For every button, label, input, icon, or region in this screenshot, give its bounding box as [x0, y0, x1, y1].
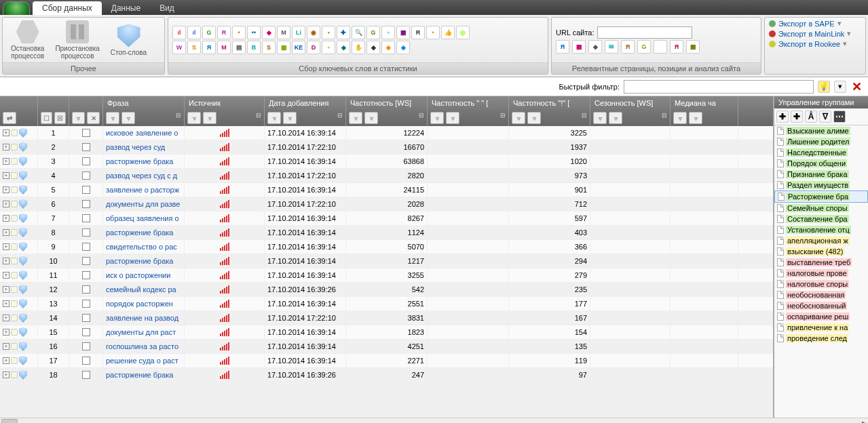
filter-icon[interactable]: ▿ [673, 112, 687, 124]
table-row[interactable]: +4развод через суд с д17.10.2014 17:22:1… [0, 169, 773, 183]
filter-icon[interactable]: ▿ [593, 112, 607, 124]
table-row[interactable]: +16госпошлина за расто17.10.2014 16:39:1… [0, 340, 773, 354]
tool-icon[interactable]: ◆ [337, 41, 350, 54]
tool-icon[interactable]: • [232, 26, 246, 39]
clear-icon[interactable]: ▿ [609, 112, 622, 124]
export-rookee-link[interactable]: Экспорт в Rookee▾ [769, 39, 847, 48]
pin-icon[interactable]: ⊟ [500, 112, 506, 124]
pin-icon[interactable]: ⊟ [337, 112, 343, 124]
expand-icon[interactable]: + [3, 172, 10, 179]
clear-filter-icon[interactable]: ✕ [850, 81, 863, 93]
pin-icon[interactable]: ⊟ [582, 112, 587, 124]
phrase-cell[interactable]: документы для раст [103, 325, 185, 339]
expand-icon[interactable]: + [3, 329, 10, 336]
expand-icon[interactable]: + [3, 286, 10, 293]
add-subgroup-icon[interactable]: ✚ [791, 110, 803, 123]
tool-icon[interactable]: G [637, 40, 651, 54]
export-sape-link[interactable]: Экспорт в SAPE▾ [769, 19, 842, 28]
group-item[interactable]: Взыскание алиме [774, 125, 868, 136]
row-checkbox[interactable] [82, 271, 90, 279]
expand-icon[interactable]: + [3, 371, 10, 378]
uncheck-all-icon[interactable]: ☒ [54, 112, 66, 124]
tool-icon[interactable]: R [411, 26, 425, 39]
expand-icon[interactable]: + [3, 315, 10, 321]
tool-icon[interactable]: ✚ [337, 26, 350, 39]
table-row[interactable]: +17решение суда о раст17.10.2014 16:39:1… [0, 354, 773, 368]
quick-filter-input[interactable] [624, 80, 814, 94]
filter-icon[interactable]: ▿ [106, 112, 119, 124]
tool-icon[interactable]: ıl [172, 26, 186, 39]
tool-icon[interactable]: Я [556, 40, 569, 54]
tool-icon[interactable]: ▦ [396, 26, 410, 39]
row-checkbox[interactable] [82, 172, 90, 180]
table-row[interactable]: +13порядок расторжен17.10.2014 16:39:142… [0, 297, 773, 311]
pause-processes-button[interactable]: Приостановка процессов [51, 19, 103, 61]
row-checkbox[interactable] [82, 357, 90, 365]
phrase-cell[interactable]: расторжение брака [103, 155, 185, 168]
tool-icon[interactable]: Я [202, 41, 216, 54]
table-row[interactable]: +5заявление о расторж17.10.2014 16:39:14… [0, 183, 773, 197]
row-checkbox[interactable] [82, 143, 90, 151]
row-checkbox[interactable] [82, 314, 90, 322]
expand-icon[interactable]: + [3, 258, 10, 264]
table-row[interactable]: +18расторжение брака17.10.2014 16:39:262… [0, 368, 773, 382]
expand-icon[interactable]: + [3, 186, 10, 193]
row-checkbox[interactable] [82, 186, 90, 194]
tool-icon[interactable]: G [202, 26, 216, 39]
clear-icon[interactable]: ▿ [121, 112, 135, 124]
phrase-cell[interactable]: развод через суд [103, 140, 185, 154]
pin-icon[interactable]: ⊟ [662, 112, 667, 124]
table-row[interactable]: +7образец заявления о17.10.2014 16:39:14… [0, 212, 773, 226]
tool-icon[interactable]: ◆ [366, 41, 380, 54]
table-row[interactable]: +6документы для разве17.10.2014 17:22:10… [0, 197, 773, 212]
clear-icon[interactable]: ▿ [689, 112, 702, 124]
tab-data-collection[interactable]: Сбор данных [33, 1, 102, 15]
export-mainlink-link[interactable]: Экспорт в MainLink▾ [769, 29, 851, 38]
tool-icon[interactable]: S [262, 41, 276, 54]
filter-icon[interactable]: ▿ [267, 112, 281, 124]
table-row[interactable]: +1исковое заявление о17.10.2014 16:39:14… [0, 126, 773, 140]
tool-icon[interactable]: ◉ [307, 26, 320, 39]
scroll-right-icon[interactable]: ▸ [860, 418, 868, 423]
filter-icon[interactable]: ▿ [430, 112, 444, 124]
phrase-cell[interactable]: исковое заявление о [103, 126, 185, 140]
clear-icon[interactable]: ✕ [87, 112, 100, 124]
pin-icon[interactable]: ⊟ [256, 112, 261, 124]
tool-icon[interactable]: ✉ [605, 40, 618, 54]
group-item[interactable]: налоговые прове [774, 268, 868, 279]
expand-icon[interactable]: + [3, 272, 10, 279]
site-url-input[interactable] [597, 26, 692, 39]
group-item[interactable]: Расторжение бра [774, 190, 868, 203]
horizontal-scrollbar[interactable]: ◂ ▸ [0, 418, 868, 423]
tool-icon[interactable]: ◎ [456, 26, 470, 39]
row-checkbox[interactable] [82, 328, 90, 336]
filter-icon[interactable]: ▿ [187, 112, 201, 124]
tool-icon[interactable]: Li [292, 26, 305, 39]
tool-icon[interactable] [654, 40, 667, 54]
tool-icon[interactable]: R [217, 26, 231, 39]
stop-processes-button[interactable]: Остановка процессов [7, 19, 48, 61]
tool-icon[interactable]: M [217, 41, 231, 54]
tool-icon[interactable]: ✋ [352, 41, 365, 54]
table-row[interactable]: +8расторжение брака17.10.2014 16:39:1411… [0, 226, 773, 240]
group-item[interactable]: Составление бра [774, 214, 868, 224]
tool-icon[interactable]: ◆ [381, 41, 395, 54]
tab-data[interactable]: Данные [102, 1, 150, 15]
group-item[interactable]: Наследственные [774, 147, 868, 158]
tool-icon[interactable]: ▫ [322, 41, 335, 54]
tool-icon[interactable]: W [172, 41, 186, 54]
tool-icon[interactable]: KE [292, 41, 305, 54]
row-checkbox[interactable] [82, 214, 90, 222]
group-item[interactable]: Семейные споры [774, 203, 868, 214]
group-item[interactable]: налоговые споры [774, 279, 868, 289]
tab-view[interactable]: Вид [150, 1, 184, 15]
tool-icon[interactable]: 👍 [441, 26, 455, 39]
clear-icon[interactable]: ▿ [527, 112, 541, 124]
group-item[interactable]: взыскание (482) [774, 246, 868, 257]
phrase-cell[interactable]: семейный кодекс ра [103, 283, 185, 296]
tool-icon[interactable]: ▤ [232, 41, 246, 54]
phrase-cell[interactable]: расторжение брака [103, 254, 185, 268]
expand-icon[interactable]: + [3, 158, 10, 165]
phrase-cell[interactable]: образец заявления о [103, 212, 185, 225]
row-checkbox[interactable] [82, 300, 90, 308]
